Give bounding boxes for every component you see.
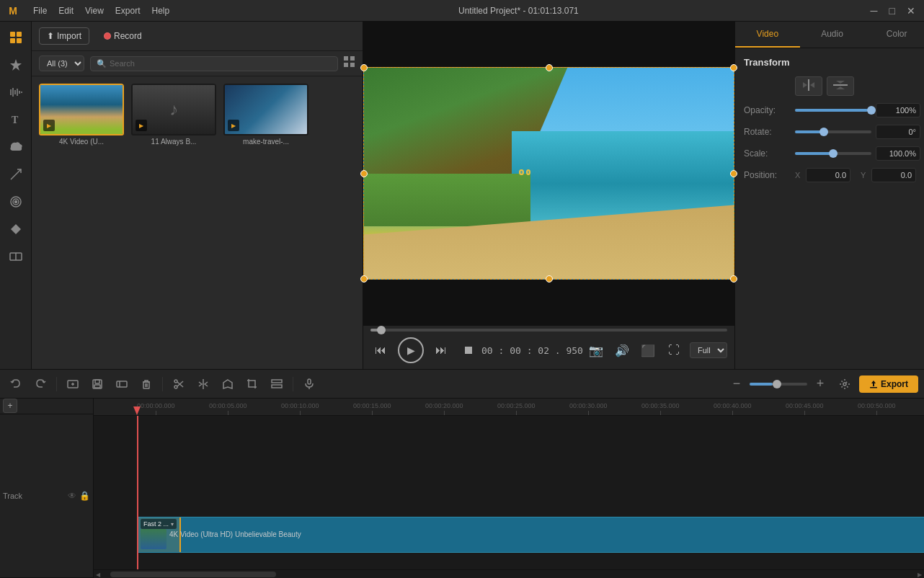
- import-button[interactable]: ⬆ Import: [39, 27, 89, 45]
- svg-rect-0: [10, 32, 15, 37]
- cut-button[interactable]: [169, 374, 189, 394]
- add-marker-button[interactable]: [218, 374, 238, 394]
- rotate-slider[interactable]: [795, 130, 871, 133]
- scale-slider[interactable]: [795, 152, 871, 155]
- rotation-handle[interactable]: [519, 169, 530, 175]
- record-button[interactable]: Record: [97, 28, 149, 44]
- sidebar-item-text[interactable]: T: [3, 107, 29, 133]
- track-lock-icon[interactable]: 🔒: [79, 491, 90, 501]
- play-overlay-icon: ▶: [43, 120, 55, 131]
- scroll-right-button[interactable]: ▶: [915, 570, 924, 578]
- position-y-input[interactable]: [871, 168, 916, 182]
- opacity-value[interactable]: 100%: [876, 103, 920, 117]
- media-filter-select[interactable]: All (3): [39, 55, 84, 71]
- search-input[interactable]: [110, 59, 332, 68]
- voiceover-button[interactable]: [299, 374, 319, 394]
- window-title: Untitled Project* - 01:01:13.071: [169, 6, 867, 16]
- menu-view[interactable]: View: [85, 6, 104, 16]
- sidebar-item-keyframes[interactable]: [3, 216, 29, 242]
- track-clip[interactable]: Fast 2 ... ▾ 4K Video (Ultra HD) Unbelie…: [137, 517, 924, 553]
- transform-handle-tm[interactable]: [546, 64, 553, 71]
- flip-horizontal-button[interactable]: [795, 76, 822, 96]
- close-button[interactable]: ✕: [904, 5, 918, 17]
- playhead-line[interactable]: [137, 416, 138, 569]
- transform-handle-tl[interactable]: [360, 64, 368, 71]
- add-track-button[interactable]: +: [3, 399, 17, 413]
- list-item[interactable]: ♪ ▶ 11 Always B...: [131, 84, 216, 146]
- transform-handle-br[interactable]: [730, 275, 737, 283]
- restore-button[interactable]: □: [887, 5, 898, 17]
- sidebar-item-effects[interactable]: [3, 52, 29, 78]
- zoom-in-button[interactable]: +: [810, 374, 830, 394]
- menu-file[interactable]: File: [33, 6, 47, 16]
- split-button[interactable]: [193, 374, 213, 394]
- app-logo: M: [6, 4, 20, 18]
- save-frame-button[interactable]: [87, 374, 107, 394]
- transform-handle-bl[interactable]: [360, 275, 368, 283]
- media-label-1: 4K Video (U...: [39, 138, 124, 146]
- scale-value[interactable]: 100.0%: [876, 146, 920, 161]
- sidebar-item-transitions[interactable]: [3, 161, 29, 187]
- add-clip-button[interactable]: [63, 374, 83, 394]
- zoom-out-button[interactable]: −: [727, 374, 747, 394]
- scroll-thumb[interactable]: [110, 572, 276, 577]
- track-row: Track 👁 🔒: [0, 414, 93, 578]
- menu-help[interactable]: Help: [152, 6, 170, 16]
- fullscreen-button[interactable]: ⛶: [664, 340, 684, 360]
- transform-handle-ml[interactable]: [360, 170, 368, 177]
- quality-select[interactable]: Full: [690, 342, 727, 358]
- sidebar-item-split[interactable]: [3, 244, 29, 270]
- flip-vertical-button[interactable]: [827, 76, 854, 96]
- flip-row: Opacity:: [744, 76, 920, 96]
- list-item[interactable]: ▶ 4K Video (U...: [39, 84, 124, 146]
- multi-track-button[interactable]: [267, 374, 287, 394]
- menu-edit[interactable]: Edit: [58, 6, 74, 16]
- crop-button[interactable]: [242, 374, 262, 394]
- menu-export[interactable]: Export: [115, 6, 141, 16]
- stop-button[interactable]: ⏹: [458, 340, 479, 360]
- time-slider[interactable]: [370, 329, 727, 332]
- list-item[interactable]: ▶ make-travel-...: [223, 84, 308, 146]
- timeline-settings-button[interactable]: [835, 374, 855, 394]
- scroll-left-button[interactable]: ◀: [94, 570, 102, 578]
- delete-button[interactable]: [136, 374, 156, 394]
- sidebar-item-elements[interactable]: [3, 134, 29, 160]
- volume-button[interactable]: 🔊: [612, 340, 632, 360]
- timeline-scroll: 00:00:00.000 00:00:05.000 00:00:10.000 0…: [94, 399, 924, 578]
- svg-marker-39: [223, 380, 232, 388]
- position-x-input[interactable]: [806, 168, 850, 182]
- svg-rect-28: [94, 385, 100, 388]
- transform-handle-tr[interactable]: [730, 64, 737, 71]
- tab-color[interactable]: Color: [864, 22, 924, 48]
- snapshot-button[interactable]: 📷: [586, 340, 606, 360]
- sidebar-item-audio[interactable]: [3, 79, 29, 105]
- track-eye-icon[interactable]: 👁: [68, 491, 76, 501]
- export-button[interactable]: Export: [859, 375, 918, 393]
- sidebar-item-filters[interactable]: [3, 189, 29, 215]
- svg-rect-42: [308, 379, 311, 384]
- tab-audio[interactable]: Audio: [800, 22, 865, 48]
- zoom-slider[interactable]: [750, 383, 807, 386]
- step-forward-button[interactable]: ⏭: [431, 340, 451, 360]
- grid-view-button[interactable]: [344, 56, 355, 71]
- transform-handle-mr[interactable]: [730, 170, 737, 177]
- trim-button[interactable]: [112, 374, 132, 394]
- opacity-slider[interactable]: [795, 109, 871, 112]
- play-pause-button[interactable]: ▶: [398, 337, 424, 363]
- sidebar-item-media[interactable]: [3, 25, 29, 50]
- svg-line-37: [177, 382, 183, 387]
- undo-button[interactable]: [6, 374, 26, 394]
- transform-title: Transform: [744, 57, 920, 68]
- minimize-button[interactable]: ─: [868, 5, 881, 17]
- subtitle-button[interactable]: ⬛: [638, 340, 658, 360]
- ruler-tick: 00:00:15.000: [353, 402, 391, 415]
- tab-video[interactable]: Video: [735, 22, 800, 48]
- svg-rect-17: [344, 56, 348, 61]
- transform-handle-bm[interactable]: [546, 275, 553, 283]
- timeline-ruler: 00:00:00.000 00:00:05.000 00:00:10.000 0…: [94, 399, 924, 416]
- redo-button[interactable]: [30, 374, 50, 394]
- skip-to-start-button[interactable]: ⏮: [370, 340, 391, 360]
- clip-thumbnail: [141, 529, 166, 549]
- rotate-value[interactable]: 0°: [876, 125, 920, 139]
- track-name: Track: [3, 492, 68, 500]
